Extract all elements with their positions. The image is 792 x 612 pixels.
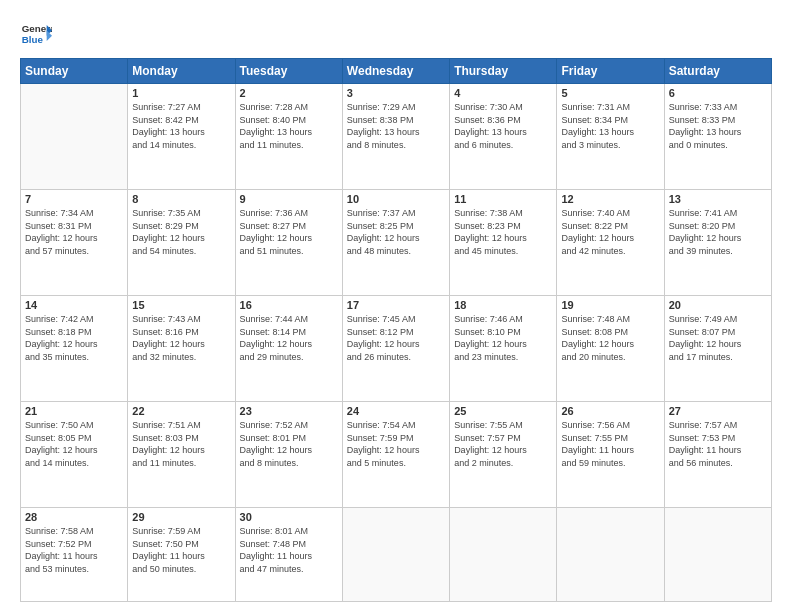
day-number: 15 — [132, 299, 230, 311]
day-number: 21 — [25, 405, 123, 417]
day-info: Sunrise: 7:55 AM Sunset: 7:57 PM Dayligh… — [454, 419, 552, 469]
calendar-cell — [21, 84, 128, 190]
day-info: Sunrise: 7:48 AM Sunset: 8:08 PM Dayligh… — [561, 313, 659, 363]
logo: General Blue — [20, 18, 52, 50]
day-info: Sunrise: 7:59 AM Sunset: 7:50 PM Dayligh… — [132, 525, 230, 575]
day-number: 22 — [132, 405, 230, 417]
page: General Blue SundayMondayTuesdayWednesda… — [0, 0, 792, 612]
day-number: 1 — [132, 87, 230, 99]
day-number: 10 — [347, 193, 445, 205]
calendar-cell: 6Sunrise: 7:33 AM Sunset: 8:33 PM Daylig… — [664, 84, 771, 190]
header: General Blue — [20, 18, 772, 50]
day-number: 19 — [561, 299, 659, 311]
calendar-cell: 7Sunrise: 7:34 AM Sunset: 8:31 PM Daylig… — [21, 190, 128, 296]
calendar-cell: 29Sunrise: 7:59 AM Sunset: 7:50 PM Dayli… — [128, 508, 235, 602]
day-info: Sunrise: 7:43 AM Sunset: 8:16 PM Dayligh… — [132, 313, 230, 363]
weekday-header: Monday — [128, 59, 235, 84]
day-number: 14 — [25, 299, 123, 311]
calendar-cell: 2Sunrise: 7:28 AM Sunset: 8:40 PM Daylig… — [235, 84, 342, 190]
calendar-cell: 21Sunrise: 7:50 AM Sunset: 8:05 PM Dayli… — [21, 402, 128, 508]
calendar-cell — [664, 508, 771, 602]
day-info: Sunrise: 7:58 AM Sunset: 7:52 PM Dayligh… — [25, 525, 123, 575]
calendar-cell: 12Sunrise: 7:40 AM Sunset: 8:22 PM Dayli… — [557, 190, 664, 296]
calendar-cell: 19Sunrise: 7:48 AM Sunset: 8:08 PM Dayli… — [557, 296, 664, 402]
day-number: 13 — [669, 193, 767, 205]
day-info: Sunrise: 8:01 AM Sunset: 7:48 PM Dayligh… — [240, 525, 338, 575]
day-info: Sunrise: 7:42 AM Sunset: 8:18 PM Dayligh… — [25, 313, 123, 363]
weekday-header: Friday — [557, 59, 664, 84]
day-number: 8 — [132, 193, 230, 205]
day-number: 5 — [561, 87, 659, 99]
day-info: Sunrise: 7:51 AM Sunset: 8:03 PM Dayligh… — [132, 419, 230, 469]
day-number: 25 — [454, 405, 552, 417]
day-number: 16 — [240, 299, 338, 311]
calendar-table: SundayMondayTuesdayWednesdayThursdayFrid… — [20, 58, 772, 602]
day-info: Sunrise: 7:36 AM Sunset: 8:27 PM Dayligh… — [240, 207, 338, 257]
day-number: 30 — [240, 511, 338, 523]
calendar-cell: 25Sunrise: 7:55 AM Sunset: 7:57 PM Dayli… — [450, 402, 557, 508]
weekday-header: Tuesday — [235, 59, 342, 84]
calendar-cell — [450, 508, 557, 602]
calendar-cell: 16Sunrise: 7:44 AM Sunset: 8:14 PM Dayli… — [235, 296, 342, 402]
calendar-cell: 13Sunrise: 7:41 AM Sunset: 8:20 PM Dayli… — [664, 190, 771, 296]
day-info: Sunrise: 7:33 AM Sunset: 8:33 PM Dayligh… — [669, 101, 767, 151]
day-number: 23 — [240, 405, 338, 417]
calendar-cell: 9Sunrise: 7:36 AM Sunset: 8:27 PM Daylig… — [235, 190, 342, 296]
day-number: 6 — [669, 87, 767, 99]
day-number: 28 — [25, 511, 123, 523]
day-info: Sunrise: 7:29 AM Sunset: 8:38 PM Dayligh… — [347, 101, 445, 151]
day-info: Sunrise: 7:34 AM Sunset: 8:31 PM Dayligh… — [25, 207, 123, 257]
calendar-cell: 4Sunrise: 7:30 AM Sunset: 8:36 PM Daylig… — [450, 84, 557, 190]
day-number: 26 — [561, 405, 659, 417]
day-info: Sunrise: 7:44 AM Sunset: 8:14 PM Dayligh… — [240, 313, 338, 363]
calendar-cell: 20Sunrise: 7:49 AM Sunset: 8:07 PM Dayli… — [664, 296, 771, 402]
day-number: 24 — [347, 405, 445, 417]
day-info: Sunrise: 7:37 AM Sunset: 8:25 PM Dayligh… — [347, 207, 445, 257]
day-number: 2 — [240, 87, 338, 99]
calendar-cell: 27Sunrise: 7:57 AM Sunset: 7:53 PM Dayli… — [664, 402, 771, 508]
calendar-cell: 8Sunrise: 7:35 AM Sunset: 8:29 PM Daylig… — [128, 190, 235, 296]
calendar-cell: 3Sunrise: 7:29 AM Sunset: 8:38 PM Daylig… — [342, 84, 449, 190]
day-info: Sunrise: 7:52 AM Sunset: 8:01 PM Dayligh… — [240, 419, 338, 469]
calendar-cell: 28Sunrise: 7:58 AM Sunset: 7:52 PM Dayli… — [21, 508, 128, 602]
calendar-cell: 30Sunrise: 8:01 AM Sunset: 7:48 PM Dayli… — [235, 508, 342, 602]
day-number: 12 — [561, 193, 659, 205]
day-info: Sunrise: 7:35 AM Sunset: 8:29 PM Dayligh… — [132, 207, 230, 257]
day-info: Sunrise: 7:30 AM Sunset: 8:36 PM Dayligh… — [454, 101, 552, 151]
svg-text:Blue: Blue — [22, 34, 44, 45]
day-number: 9 — [240, 193, 338, 205]
day-number: 4 — [454, 87, 552, 99]
weekday-header: Wednesday — [342, 59, 449, 84]
calendar-cell: 24Sunrise: 7:54 AM Sunset: 7:59 PM Dayli… — [342, 402, 449, 508]
day-number: 20 — [669, 299, 767, 311]
calendar-cell: 23Sunrise: 7:52 AM Sunset: 8:01 PM Dayli… — [235, 402, 342, 508]
day-info: Sunrise: 7:54 AM Sunset: 7:59 PM Dayligh… — [347, 419, 445, 469]
calendar-cell: 10Sunrise: 7:37 AM Sunset: 8:25 PM Dayli… — [342, 190, 449, 296]
weekday-header: Sunday — [21, 59, 128, 84]
day-number: 11 — [454, 193, 552, 205]
day-info: Sunrise: 7:50 AM Sunset: 8:05 PM Dayligh… — [25, 419, 123, 469]
day-info: Sunrise: 7:31 AM Sunset: 8:34 PM Dayligh… — [561, 101, 659, 151]
day-info: Sunrise: 7:49 AM Sunset: 8:07 PM Dayligh… — [669, 313, 767, 363]
calendar-cell: 5Sunrise: 7:31 AM Sunset: 8:34 PM Daylig… — [557, 84, 664, 190]
day-number: 18 — [454, 299, 552, 311]
day-info: Sunrise: 7:38 AM Sunset: 8:23 PM Dayligh… — [454, 207, 552, 257]
calendar-cell — [342, 508, 449, 602]
calendar-cell: 15Sunrise: 7:43 AM Sunset: 8:16 PM Dayli… — [128, 296, 235, 402]
day-number: 17 — [347, 299, 445, 311]
day-info: Sunrise: 7:46 AM Sunset: 8:10 PM Dayligh… — [454, 313, 552, 363]
calendar-cell: 22Sunrise: 7:51 AM Sunset: 8:03 PM Dayli… — [128, 402, 235, 508]
day-info: Sunrise: 7:28 AM Sunset: 8:40 PM Dayligh… — [240, 101, 338, 151]
day-number: 29 — [132, 511, 230, 523]
day-number: 27 — [669, 405, 767, 417]
day-info: Sunrise: 7:27 AM Sunset: 8:42 PM Dayligh… — [132, 101, 230, 151]
weekday-header: Saturday — [664, 59, 771, 84]
day-info: Sunrise: 7:57 AM Sunset: 7:53 PM Dayligh… — [669, 419, 767, 469]
day-info: Sunrise: 7:40 AM Sunset: 8:22 PM Dayligh… — [561, 207, 659, 257]
calendar-cell: 18Sunrise: 7:46 AM Sunset: 8:10 PM Dayli… — [450, 296, 557, 402]
day-info: Sunrise: 7:56 AM Sunset: 7:55 PM Dayligh… — [561, 419, 659, 469]
calendar-cell: 14Sunrise: 7:42 AM Sunset: 8:18 PM Dayli… — [21, 296, 128, 402]
calendar-cell: 1Sunrise: 7:27 AM Sunset: 8:42 PM Daylig… — [128, 84, 235, 190]
day-number: 3 — [347, 87, 445, 99]
calendar-cell — [557, 508, 664, 602]
